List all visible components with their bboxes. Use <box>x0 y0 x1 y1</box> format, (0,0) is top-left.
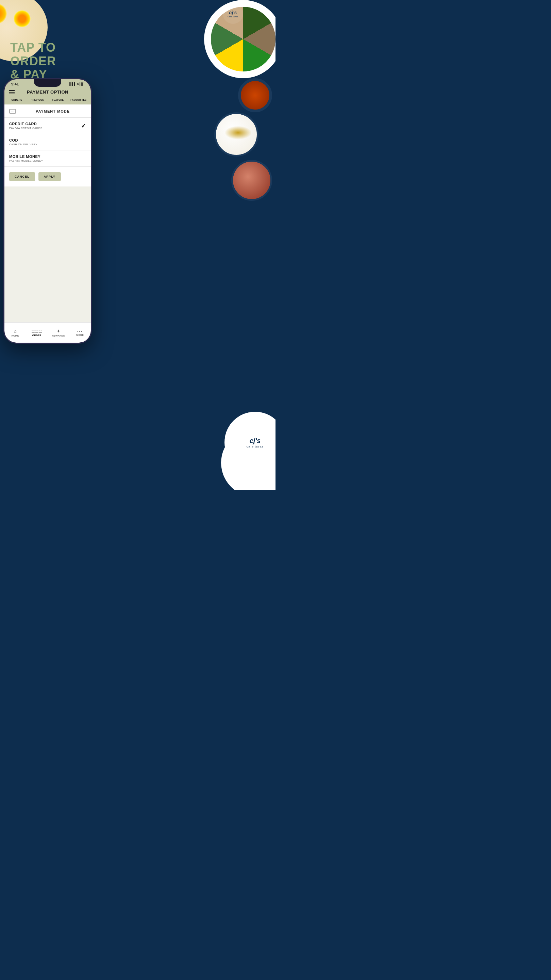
brand-name: cj's <box>229 10 237 15</box>
sauce-bowl-decoration <box>238 78 272 112</box>
cod-name: COD <box>9 138 37 142</box>
nav-item-order[interactable]: ⚍⚍⚍ ORDER <box>26 323 48 343</box>
battery-icon: ▓ <box>79 82 84 86</box>
mobile-money-name: MOBILE MONEY <box>9 154 43 159</box>
tab-feature[interactable]: FEATURE <box>48 97 68 102</box>
cod-desc: CASH ON DELIVERY <box>9 143 37 146</box>
payment-option-cod[interactable]: COD CASH ON DELIVERY <box>5 134 91 150</box>
status-time: 9:41 <box>11 82 19 86</box>
action-buttons: CANCEL APPLY <box>5 167 91 186</box>
payment-content: PAYMENT MODE CREDIT CARD PAY VIA CREDIT … <box>5 105 91 186</box>
home-icon: ⌂ <box>14 328 17 334</box>
header-title: PAYMENT OPTION <box>27 89 68 95</box>
order-label: ORDER <box>32 334 41 337</box>
page-container: cj's cafe javas TAP TOORDER& PAY cj's ca… <box>0 0 275 490</box>
mobile-money-desc: PAY VIA MOBILE MONEY <box>9 159 43 162</box>
mobile-money-info: MOBILE MONEY PAY VIA MOBILE MONEY <box>9 154 43 162</box>
bottom-navigation: ⌂ HOME ⚍⚍⚍ ORDER ✦ REWARDS ••• MORE <box>5 322 91 343</box>
wifi-icon: ⌾ <box>77 82 79 86</box>
yogurt-bowl-decoration <box>214 112 259 156</box>
payment-option-credit-card[interactable]: CREDIT CARD PAY VIA CREDIT CARDS ✓ <box>5 118 91 134</box>
credit-card-desc: PAY VIA CREDIT CARDS <box>9 127 42 130</box>
more-label: MORE <box>76 334 84 336</box>
back-button[interactable] <box>9 108 19 115</box>
tagline: TAP TOORDER& PAY <box>10 41 56 81</box>
brand-subtitle: cafe javas <box>227 15 238 18</box>
status-icons: ▌▌▌ ⌾ ▓ <box>69 82 84 86</box>
nav-tabs: ORDERS PREVIOUS FEATURE FAVOURITES <box>5 97 91 105</box>
menu-icon[interactable] <box>9 90 14 94</box>
payment-mode-header: PAYMENT MODE <box>5 105 91 118</box>
nav-item-more[interactable]: ••• MORE <box>69 323 91 343</box>
apply-button[interactable]: APPLY <box>38 172 61 181</box>
nav-item-rewards[interactable]: ✦ REWARDS <box>48 323 69 343</box>
phone-notch <box>34 79 61 87</box>
cod-info: COD CASH ON DELIVERY <box>9 138 37 146</box>
tab-previous[interactable]: PREVIOUS <box>27 97 48 102</box>
credit-card-checkmark: ✓ <box>81 122 86 130</box>
cancel-button[interactable]: CANCEL <box>9 172 35 181</box>
cjs-logo-top: cj's cafe javas <box>223 3 243 24</box>
payment-option-mobile-money[interactable]: MOBILE MONEY PAY VIA MOBILE MONEY <box>5 150 91 167</box>
order-icon: ⚍⚍⚍ <box>31 329 43 334</box>
tab-orders[interactable]: ORDERS <box>6 97 27 102</box>
back-arrow-icon <box>9 109 16 114</box>
phone-screen: 9:41 ▌▌▌ ⌾ ▓ PAYMENT OPTION ORDERS <box>5 79 91 343</box>
app-header: PAYMENT OPTION <box>5 88 91 97</box>
payment-mode-title: PAYMENT MODE <box>19 109 86 113</box>
home-label: HOME <box>11 334 19 337</box>
nav-item-home[interactable]: ⌂ HOME <box>5 323 26 343</box>
credit-card-info: CREDIT CARD PAY VIA CREDIT CARDS <box>9 122 42 130</box>
more-icon: ••• <box>77 329 83 333</box>
phone-mockup: 9:41 ▌▌▌ ⌾ ▓ PAYMENT OPTION ORDERS <box>3 78 92 344</box>
rewards-icon: ✦ <box>56 328 60 334</box>
signal-icon: ▌▌▌ <box>69 82 76 86</box>
rewards-label: REWARDS <box>52 334 65 337</box>
credit-card-name: CREDIT CARD <box>9 122 42 126</box>
beans-bowl-decoration <box>231 160 272 201</box>
tab-favourites[interactable]: FAVOURITES <box>68 97 89 102</box>
